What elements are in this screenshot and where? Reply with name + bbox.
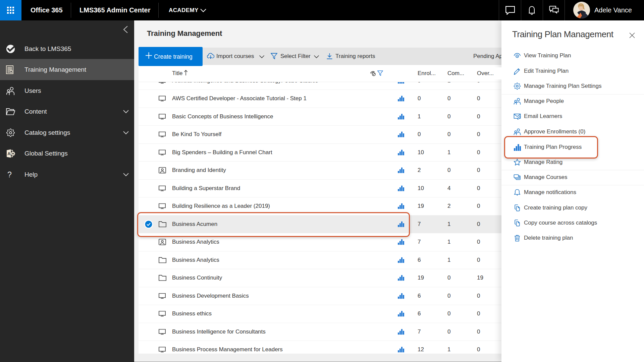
svg-text:A: A: [7, 151, 10, 156]
